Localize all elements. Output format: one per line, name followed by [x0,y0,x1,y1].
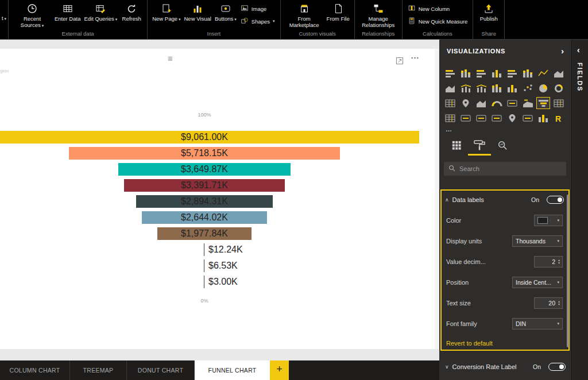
custom-visual-icon[interactable] [536,112,550,124]
dropdown-value: DIN [516,320,526,327]
stacked-area-chart-icon[interactable] [443,82,457,94]
arcgis-map-icon[interactable] [505,112,519,124]
treemap-icon[interactable] [443,97,457,109]
conversion-rate-section-header[interactable]: ∨ Conversion Rate Label On [445,361,566,373]
pie-chart-icon[interactable] [536,82,550,94]
fields-pane-collapsed[interactable]: ‹ FIELDS [571,40,588,380]
slicer-icon[interactable] [459,112,473,124]
collapse-pane-icon[interactable]: › [561,46,564,56]
scatter-chart-icon[interactable] [521,82,535,94]
funnel-bar[interactable] [204,243,204,256]
ribbon-button-shapes[interactable]: Shapes▾ [241,17,275,26]
ribbon-clipped-button[interactable]: t ▾ [0,0,9,39]
table-icon[interactable] [552,97,566,109]
funnel-bar[interactable] [204,276,204,288]
r-script-visual-icon[interactable]: R [552,112,566,124]
new-page-tab-button[interactable]: + [270,360,289,380]
spinner-arrows-icon[interactable]: ▴▾ [558,300,560,306]
ribbon-button-from-file[interactable]: From File [325,0,351,22]
search-box[interactable]: Search [444,162,566,176]
page-tab-treemap[interactable]: TREEMAP [70,360,127,380]
ribbon-button-label: From File [327,15,350,22]
format-row-value-decim: Value decim...2▴▾ [446,256,563,267]
100-stacked-column-chart-icon[interactable] [521,67,535,79]
ribbon-button-new-quick-measure[interactable]: New Quick Measure [408,17,468,26]
display-units-dropdown[interactable]: Thousands▾ [512,235,563,247]
ribbon-button-manage-relationships[interactable]: Manage Relationships [358,0,399,28]
card-icon[interactable] [474,112,488,124]
canvas-scrollbar[interactable] [435,49,439,349]
stacked-column-chart-icon[interactable] [459,67,473,79]
ribbon-button-from-marketplace[interactable]: From Marketplace [284,0,325,28]
funnel-bar[interactable]: $2,894.31K [136,195,273,208]
waterfall-chart-icon[interactable] [505,82,519,94]
funnel-bar[interactable] [204,259,204,272]
ribbon-button-new-visual[interactable]: New Visual [182,0,212,22]
text-size-spinner[interactable]: 20▴▾ [534,297,563,309]
conversion-rate-toggle[interactable] [548,363,566,371]
ribbon-button-new-page[interactable]: New Page ▾ [150,0,182,22]
tab-analytics[interactable] [491,138,514,156]
ribbon-button-enter-data[interactable]: Enter Data [53,0,82,22]
data-labels-header[interactable]: ∧ Data labels On [445,194,564,205]
color-picker[interactable]: ▾ [534,215,563,226]
marketplace-icon [299,3,310,14]
line-clustered-column-chart-icon[interactable] [459,82,473,94]
python-visual-icon[interactable] [490,112,504,124]
gauge-icon[interactable] [490,97,504,109]
ribbon-button-label: New Quick Measure [419,18,468,25]
position-dropdown[interactable]: Inside Cent...▾ [512,277,563,288]
line-stacked-column-chart-icon[interactable] [474,82,488,94]
funnel-bar[interactable]: $3,649.87K [118,163,291,176]
powerapps-visual-icon[interactable] [521,112,535,124]
report-page[interactable]: gion ≡ … 100% 0% $9,061.00K$5,718.15K$3,… [0,49,435,349]
matrix-icon[interactable] [443,112,457,124]
ribbon-button-publish[interactable]: Publish [476,0,501,22]
funnel-bar[interactable]: $2,644.02K [142,211,267,224]
ribbon-button-image[interactable]: Image [241,4,275,13]
area-chart-icon[interactable] [552,67,566,79]
ribbon-button-label: Enter Data [55,15,80,22]
funnel-chart-visual[interactable]: $9,061.00K$5,718.15K$3,649.87K$3,391.71K… [0,49,435,349]
font-family-dropdown[interactable]: DIN▾ [512,318,563,329]
map-icon[interactable] [459,97,473,109]
kpi-icon[interactable] [521,97,535,109]
line-chart-icon[interactable] [536,67,550,79]
tab-fields[interactable] [445,138,468,156]
search-placeholder: Search [459,165,479,172]
more-visuals-icon[interactable]: … [446,126,452,133]
ribbon-button-recent-sources[interactable]: Recent Sources ▾ [11,0,53,28]
100-stacked-bar-chart-icon[interactable] [505,67,519,79]
clustered-column-chart-icon[interactable] [490,67,504,79]
ribbon-button-edit-queries[interactable]: Edit Queries ▾ [82,0,119,22]
spinner-arrows-icon[interactable]: ▴▾ [558,259,560,265]
tab-format[interactable] [468,138,491,156]
page-tab-donut-chart[interactable]: DONUT CHART [127,360,195,380]
stacked-bar-chart-icon[interactable] [443,67,457,79]
funnel-chart-icon[interactable] [536,97,550,109]
ribbon-chart-icon[interactable] [490,82,504,94]
ribbon-button-new-column[interactable]: New Column [408,4,468,13]
expand-fields-icon[interactable]: ‹ [577,45,580,55]
value-decim-spinner[interactable]: 2▴▾ [534,256,563,267]
fields-title: FIELDS [577,63,583,92]
funnel-bar[interactable]: $9,061.00K [0,131,419,144]
multi-row-card-icon[interactable] [505,97,519,109]
ribbon-button-refresh[interactable]: Refresh [119,0,144,22]
publish-icon [483,3,494,14]
pane-scrollbar[interactable] [567,195,569,347]
funnel-bar-label: $3,391.71K [124,179,285,192]
ribbon-button-buttons[interactable]: Buttons ▾ [213,0,238,22]
clustered-bar-chart-icon[interactable] [474,67,488,79]
revert-to-default-link[interactable]: Revert to default [446,340,493,347]
page-tab-funnel-chart[interactable]: FUNNEL CHART [195,360,270,380]
page-tab-column-chart[interactable]: COLUMN CHART [0,360,70,380]
donut-chart-icon[interactable] [552,82,566,94]
data-labels-toggle[interactable] [547,196,564,204]
funnel-bar[interactable]: $3,391.71K [124,179,285,192]
funnel-bar[interactable]: $1,977.84K [157,227,251,240]
filled-map-icon[interactable] [474,97,488,109]
svg-text:R: R [555,114,561,123]
spinner-value: 2 [552,258,555,265]
funnel-bar[interactable]: $5,718.15K [69,147,339,160]
